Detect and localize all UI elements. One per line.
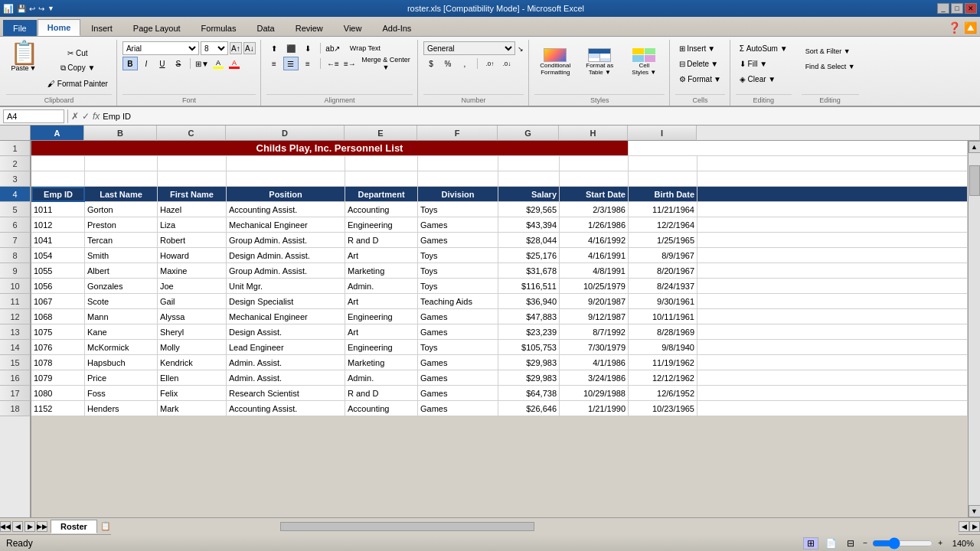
formula-cancel-icon[interactable]: ✗ bbox=[71, 111, 79, 122]
cell-row13-col5[interactable]: Art bbox=[345, 324, 418, 340]
cell-extra-8[interactable] bbox=[697, 248, 968, 263]
cell-row13-col8[interactable]: 8/7/1992 bbox=[560, 324, 629, 340]
cell-row11-col6[interactable]: Teaching Aids bbox=[418, 294, 498, 309]
strikethrough-button[interactable]: S bbox=[171, 57, 186, 70]
tab-home[interactable]: Home bbox=[38, 19, 81, 36]
cell-extra-4[interactable] bbox=[697, 187, 968, 202]
cell-row18-col6[interactable]: Games bbox=[418, 401, 498, 416]
align-left-button[interactable]: ≡ bbox=[266, 57, 282, 70]
inc-decimal-button[interactable]: .0↑ bbox=[482, 57, 498, 70]
cell-row11-col9[interactable]: 9/30/1961 bbox=[629, 294, 697, 309]
tab-data[interactable]: Data bbox=[247, 20, 284, 36]
cell-row7-col8[interactable]: 4/16/1992 bbox=[560, 233, 629, 248]
col-header-g[interactable]: G bbox=[498, 126, 559, 141]
align-center-button[interactable]: ☰ bbox=[283, 57, 299, 70]
conditional-formatting-button[interactable]: ConditionalFormatting bbox=[534, 41, 576, 83]
cell-row7-col5[interactable]: R and D bbox=[345, 233, 418, 248]
cell-extra-16[interactable] bbox=[697, 370, 968, 386]
cell-e3[interactable] bbox=[345, 171, 418, 187]
scroll-down-arrow[interactable]: ▼ bbox=[969, 505, 981, 517]
sheet-nav-last[interactable]: ▶▶ bbox=[37, 521, 47, 532]
cell-h4[interactable]: Start Date bbox=[560, 187, 629, 202]
cell-row16-col3[interactable]: Ellen bbox=[158, 370, 227, 386]
cell-row12-col6[interactable]: Games bbox=[418, 309, 498, 324]
cell-a4[interactable]: Emp ID bbox=[31, 187, 85, 202]
cell-row10-col4[interactable]: Unit Mgr. bbox=[227, 279, 345, 294]
cell-row5-col3[interactable]: Hazel bbox=[158, 202, 227, 217]
row-header-2[interactable]: 2 bbox=[0, 156, 31, 171]
number-format-more[interactable]: ↘ bbox=[518, 45, 524, 53]
col-header-h[interactable]: H bbox=[559, 126, 628, 141]
tab-insert[interactable]: Insert bbox=[81, 20, 122, 36]
horizontal-scrollbar-thumb[interactable] bbox=[280, 522, 534, 531]
font-increase-button[interactable]: A↑ bbox=[230, 42, 242, 54]
cell-row11-col3[interactable]: Gail bbox=[158, 294, 227, 309]
cell-row18-col4[interactable]: Accounting Assist. bbox=[227, 401, 345, 416]
formula-input[interactable] bbox=[103, 109, 977, 123]
paste-dropdown[interactable]: Paste ▼ bbox=[11, 64, 37, 72]
help-icon[interactable]: ❓ bbox=[948, 21, 961, 34]
cell-row17-col5[interactable]: R and D bbox=[345, 386, 418, 401]
cell-extra-9[interactable] bbox=[697, 263, 968, 279]
cell-c4[interactable]: First Name bbox=[158, 187, 227, 202]
cell-row10-col5[interactable]: Admin. bbox=[345, 279, 418, 294]
cell-styles-button[interactable]: CellStyles ▼ bbox=[623, 41, 665, 83]
quick-redo[interactable]: ↪ bbox=[38, 5, 44, 13]
cell-row16-col8[interactable]: 3/24/1986 bbox=[560, 370, 629, 386]
cell-extra-12[interactable] bbox=[697, 309, 968, 324]
cell-row17-col1[interactable]: 1080 bbox=[31, 386, 85, 401]
font-size-select[interactable]: 8 bbox=[201, 41, 228, 55]
cell-row12-col7[interactable]: $47,883 bbox=[498, 309, 560, 324]
cell-row16-col2[interactable]: Price bbox=[85, 370, 158, 386]
cell-i3[interactable] bbox=[629, 171, 697, 187]
cell-row7-col4[interactable]: Group Admin. Assist. bbox=[227, 233, 345, 248]
font-decrease-button[interactable]: A↓ bbox=[243, 42, 256, 54]
scroll-up-arrow[interactable]: ▲ bbox=[969, 141, 981, 153]
cell-row10-col7[interactable]: $116,511 bbox=[498, 279, 560, 294]
cell-row9-col4[interactable]: Group Admin. Assist. bbox=[227, 263, 345, 279]
cell-row15-col6[interactable]: Games bbox=[418, 355, 498, 370]
cell-row14-col4[interactable]: Lead Engineer bbox=[227, 340, 345, 355]
cell-row5-col6[interactable]: Toys bbox=[418, 202, 498, 217]
cell-row6-col6[interactable]: Games bbox=[418, 217, 498, 233]
minimize-button[interactable]: _ bbox=[937, 3, 949, 14]
cell-row6-col7[interactable]: $43,394 bbox=[498, 217, 560, 233]
cell-e2[interactable] bbox=[345, 156, 418, 171]
col-header-b[interactable]: B bbox=[84, 126, 157, 141]
insert-worksheet-button[interactable]: 📋 bbox=[100, 521, 111, 531]
cell-extra-3[interactable] bbox=[697, 171, 968, 187]
cell-row5-col2[interactable]: Gorton bbox=[85, 202, 158, 217]
cell-row5-col7[interactable]: $29,565 bbox=[498, 202, 560, 217]
cell-row15-col2[interactable]: Hapsbuch bbox=[85, 355, 158, 370]
row-header-12[interactable]: 12 bbox=[0, 309, 31, 324]
cell-row8-col6[interactable]: Toys bbox=[418, 248, 498, 263]
cell-extra-2[interactable] bbox=[697, 156, 968, 171]
cell-row18-col7[interactable]: $26,646 bbox=[498, 401, 560, 416]
cell-row10-col9[interactable]: 8/24/1937 bbox=[629, 279, 697, 294]
ribbon-minimize-icon[interactable]: 🔼 bbox=[964, 21, 977, 34]
copy-button[interactable]: ⧉ Copy ▼ bbox=[44, 61, 112, 75]
cell-extra-5[interactable] bbox=[697, 202, 968, 217]
cell-a1[interactable]: Childs Play, Inc. Personnel List bbox=[31, 141, 629, 156]
cell-row12-col1[interactable]: 1068 bbox=[31, 309, 85, 324]
scrollbar-thumb[interactable] bbox=[969, 165, 980, 196]
font-color-button[interactable]: A bbox=[227, 57, 242, 70]
restore-button[interactable]: □ bbox=[951, 3, 963, 14]
cell-extra-14[interactable] bbox=[697, 340, 968, 355]
cell-row6-col3[interactable]: Liza bbox=[158, 217, 227, 233]
cell-a2[interactable] bbox=[31, 156, 85, 171]
cell-row5-col9[interactable]: 11/21/1964 bbox=[629, 202, 697, 217]
cell-extra-7[interactable] bbox=[697, 233, 968, 248]
cell-row9-col7[interactable]: $31,678 bbox=[498, 263, 560, 279]
cell-row13-col6[interactable]: Games bbox=[418, 324, 498, 340]
dec-decimal-button[interactable]: .0↓ bbox=[499, 57, 514, 70]
cell-row13-col3[interactable]: Sheryl bbox=[158, 324, 227, 340]
cell-row18-col3[interactable]: Mark bbox=[158, 401, 227, 416]
cell-h2[interactable] bbox=[560, 156, 629, 171]
col-header-i[interactable]: I bbox=[628, 126, 697, 141]
cell-row8-col4[interactable]: Design Admin. Assist. bbox=[227, 248, 345, 263]
cell-row7-col3[interactable]: Robert bbox=[158, 233, 227, 248]
cell-row7-col1[interactable]: 1041 bbox=[31, 233, 85, 248]
quick-undo[interactable]: ↩ bbox=[29, 5, 35, 13]
cell-row15-col5[interactable]: Marketing bbox=[345, 355, 418, 370]
